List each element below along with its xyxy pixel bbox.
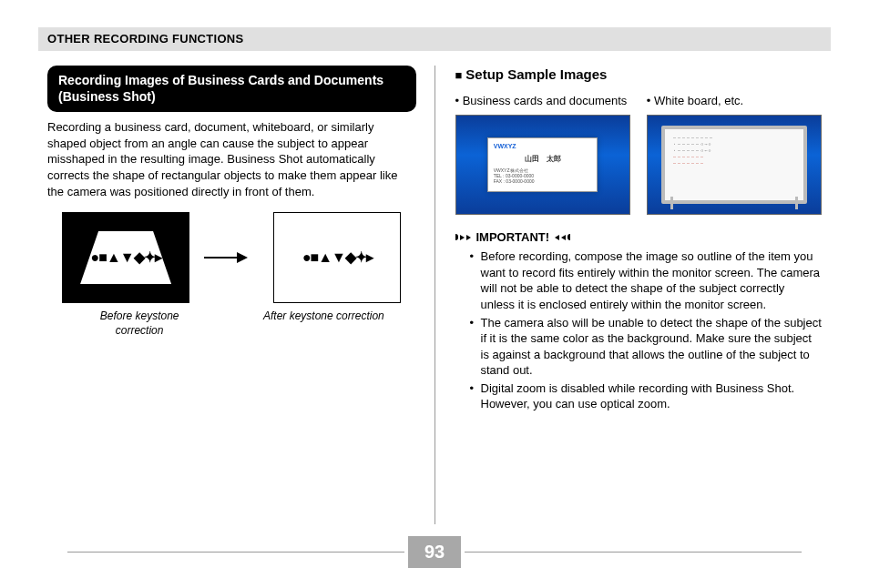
content-columns: Recording Images of Business Cards and D… — [38, 66, 831, 524]
caption-before: Before keystone correction — [76, 309, 203, 338]
shapes-icon: ●■▲▼◆✦▸ — [91, 248, 161, 268]
section-header: OTHER RECORDING FUNCTIONS — [38, 27, 831, 51]
square-bullet-icon: ■ — [455, 68, 463, 82]
footer-rule — [465, 552, 802, 553]
important-item: Before recording, compose the image so o… — [481, 248, 823, 312]
card-logo: VWXYZ — [494, 142, 592, 150]
sample-labels-row: • Business cards and documents • White b… — [455, 93, 823, 109]
topic-title: Recording Images of Business Cards and D… — [47, 66, 416, 112]
keystone-illustration: ●■▲▼◆✦▸ ●■▲▼◆✦▸ — [55, 212, 409, 303]
card-name: 山田 太郎 — [494, 155, 592, 165]
whiteboard-text: ～～～～～～～～～ ・～～～～～ ○→○ ・～～～～～ ○←○ ～～～～～～～ … — [672, 135, 796, 167]
whiteboard-graphic: ～～～～～～～～～ ・～～～～～ ○→○ ・～～～～～ ○←○ ～～～～～～～ … — [661, 126, 807, 204]
decor-icon — [561, 235, 566, 240]
caption-after: After keystone correction — [260, 309, 387, 338]
before-correction-box: ●■▲▼◆✦▸ — [62, 212, 189, 303]
shapes-icon: ●■▲▼◆✦▸ — [302, 248, 373, 268]
setup-samples-heading: ■Setup Sample Images — [455, 66, 823, 84]
keystone-captions: Before keystone correction After keyston… — [47, 309, 416, 338]
important-label: IMPORTANT! — [476, 229, 550, 246]
important-heading: IMPORTANT! — [455, 229, 823, 246]
sample-whiteboard: ～～～～～～～～～ ・～～～～～ ○→○ ・～～～～～ ○←○ ～～～～～～～ … — [647, 115, 822, 215]
page-footer: 93 — [38, 536, 831, 568]
decor-icon — [466, 235, 471, 240]
after-correction-box: ●■▲▼◆✦▸ — [273, 212, 401, 303]
arrow-icon — [204, 248, 259, 267]
sample-label-whiteboard: • White board, etc. — [647, 93, 822, 109]
sample-label-cards: • Business cards and documents — [455, 93, 630, 109]
left-column: Recording Images of Business Cards and D… — [38, 66, 434, 524]
sample-images-row: VWXYZ 山田 太郎 VWXYZ株式会社 TEL : 03-0000-0000… — [455, 115, 823, 215]
decor-icon — [455, 234, 458, 240]
decor-icon — [555, 235, 559, 240]
business-card-graphic: VWXYZ 山田 太郎 VWXYZ株式会社 TEL : 03-0000-0000… — [487, 137, 598, 192]
setup-samples-title: Setup Sample Images — [465, 66, 607, 82]
sample-business-card: VWXYZ 山田 太郎 VWXYZ株式会社 TEL : 03-0000-0000… — [455, 115, 630, 215]
footer-rule — [67, 552, 404, 553]
important-item: Digital zoom is disabled while recording… — [481, 380, 823, 412]
card-fax: FAX : 03-0000-0000 — [494, 178, 592, 184]
topic-paragraph: Recording a business card, document, whi… — [47, 119, 416, 199]
important-list: Before recording, compose the image so o… — [481, 248, 823, 411]
page-number: 93 — [408, 536, 461, 568]
decor-icon — [567, 234, 570, 240]
important-item: The camera also will be unable to detect… — [481, 315, 823, 379]
decor-icon — [460, 235, 465, 240]
right-column: ■Setup Sample Images • Business cards an… — [435, 66, 832, 524]
